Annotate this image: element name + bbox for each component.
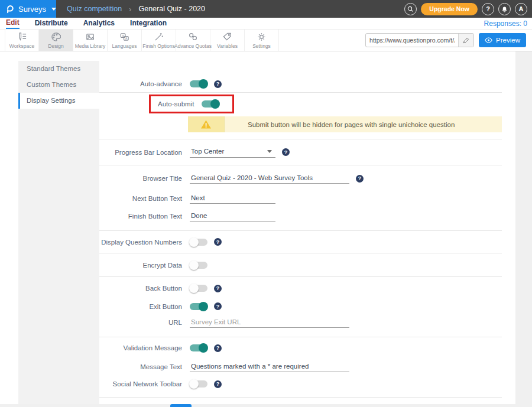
finish-button-text-label: Finish Button Text [99, 213, 182, 220]
toolbar-finish-options[interactable]: Finish Options [142, 30, 176, 51]
gear-icon [257, 32, 267, 42]
exit-button-row: Exit Button ? [99, 298, 502, 314]
preview-button[interactable]: Preview [479, 33, 526, 47]
chain-links-icon [188, 32, 198, 42]
back-button-help-icon[interactable]: ? [214, 285, 222, 292]
upgrade-now-button[interactable]: Upgrade Now [421, 3, 478, 15]
breadcrumb-folder[interactable]: Quiz competition [67, 5, 122, 13]
warning-icon-wrap [188, 116, 225, 132]
search-button[interactable] [404, 3, 417, 15]
account-avatar[interactable]: A [515, 3, 527, 15]
validation-message-help-icon[interactable]: ? [214, 344, 222, 352]
toolbar-languages[interactable]: a A Languages [108, 30, 142, 51]
progress-bar-help-icon[interactable]: ? [282, 148, 290, 156]
toolbar-workspace[interactable]: Workspace [5, 30, 39, 51]
encrypt-data-toggle[interactable] [190, 262, 207, 269]
auto-submit-toggle[interactable] [202, 100, 219, 108]
workspace-icon [17, 32, 27, 42]
progress-bar-location-select[interactable]: Top Center [190, 146, 275, 158]
responses-count[interactable]: Responses: 0 [484, 19, 527, 28]
help-button[interactable]: ? [482, 3, 494, 15]
display-question-numbers-toggle[interactable] [190, 239, 207, 246]
save-row: Save [99, 398, 502, 407]
top-header: Surveys Quiz competition › General Quiz … [0, 0, 532, 18]
encrypt-data-label: Encrypt Data [99, 262, 182, 269]
survey-url-box [365, 33, 474, 47]
toolbar-settings[interactable]: Settings [245, 30, 279, 51]
chevron-down-icon [51, 8, 56, 11]
back-button-toggle[interactable] [190, 285, 207, 292]
toolbar-settings-label: Settings [252, 43, 271, 49]
auto-advance-help-icon[interactable]: ? [214, 80, 222, 88]
edit-url-button[interactable] [458, 34, 473, 47]
exit-url-label: URL [99, 319, 182, 326]
progress-bar-location-label: Progress Bar Location [99, 149, 182, 156]
validation-message-row: Validation Message ? [99, 337, 502, 359]
auto-submit-warning: Submit button will be hidden for pages w… [188, 116, 502, 132]
browser-title-row: Browser Title ? [99, 167, 502, 190]
back-button-row: Back Button ? [99, 278, 502, 298]
bell-icon [501, 6, 508, 12]
display-settings-panel: Auto-advance ? Auto-submit Sub [99, 51, 515, 407]
browser-title-input[interactable] [190, 173, 349, 184]
notifications-button[interactable] [498, 3, 511, 15]
preview-button-label: Preview [496, 37, 520, 44]
toolbar-variables[interactable]: Variables [210, 30, 245, 51]
toolbar-media-library-label: Media Library [75, 43, 106, 49]
exit-url-input[interactable] [190, 317, 349, 328]
breadcrumb-survey-title: General Quiz - 2020 [138, 5, 205, 13]
toolbar-advance-quotas-label0: Finish Options [142, 43, 174, 49]
save-button[interactable]: Save [170, 404, 192, 407]
toolbar-media-library[interactable]: Media Library [73, 30, 108, 51]
social-network-toolbar-toggle[interactable] [190, 380, 207, 388]
nav-tab-analytics[interactable]: Analytics [83, 19, 115, 28]
auto-advance-toggle[interactable] [190, 80, 207, 87]
chevron-down-icon [267, 150, 272, 153]
eye-icon [485, 37, 492, 43]
social-network-toolbar-help-icon[interactable]: ? [214, 380, 222, 388]
message-text-label: Message Text [99, 363, 182, 370]
toolbar-advance-quotas[interactable]: Advance Quotas [176, 30, 210, 51]
message-text-input[interactable] [190, 362, 349, 372]
exit-button-toggle[interactable] [190, 303, 207, 310]
display-question-numbers-help-icon[interactable]: ? [214, 238, 222, 246]
auto-submit-row: Auto-submit [99, 95, 502, 113]
divider [99, 165, 502, 165]
tag-icon [222, 32, 232, 42]
divider [99, 276, 502, 277]
display-question-numbers-row: Display Question Numbers ? [99, 231, 502, 253]
validation-message-toggle[interactable] [190, 344, 207, 351]
magic-wand-icon [154, 32, 164, 42]
next-button-text-input[interactable] [190, 193, 275, 204]
svg-text:a: a [122, 34, 124, 37]
survey-url-input[interactable] [366, 37, 458, 44]
browser-title-label: Browser Title [99, 175, 182, 182]
surveys-menu[interactable]: Surveys [0, 0, 56, 18]
toolbar-advance-quotas-label: Advance Quotas [174, 43, 212, 49]
pencil-icon [463, 37, 469, 44]
sidebar-item-custom-themes[interactable]: Custom Themes [18, 77, 99, 93]
nav-tab-distribute[interactable]: Distribute [35, 19, 68, 28]
survey-nav: Edit Distribute Analytics Integration Re… [0, 18, 532, 30]
auto-submit-annotation-box: Auto-submit [149, 95, 234, 113]
sidebar-item-standard-themes[interactable]: Standard Themes [18, 61, 99, 77]
divider [99, 92, 502, 93]
finish-button-text-row: Finish Button Text [99, 208, 502, 224]
finish-button-text-input[interactable] [190, 211, 275, 222]
breadcrumb: Quiz competition › General Quiz - 2020 [67, 5, 205, 14]
nav-tab-integration[interactable]: Integration [130, 19, 167, 28]
warning-text: Submit button will be hidden for pages w… [225, 121, 455, 128]
edit-toolbar: Workspace Design Media Library a A Langu… [0, 30, 532, 51]
breadcrumb-separator: › [129, 5, 131, 14]
social-network-toolbar-row: Social Network Toolbar ? [99, 376, 502, 392]
toolbar-design[interactable]: Design [39, 30, 73, 51]
design-sidebar: Standard Themes Custom Themes Display Se… [18, 61, 99, 404]
display-question-numbers-label: Display Question Numbers [99, 239, 182, 246]
header-actions: Upgrade Now ? A [404, 3, 532, 15]
nav-tab-edit[interactable]: Edit [6, 18, 20, 29]
browser-title-help-icon[interactable]: ? [356, 175, 364, 183]
toolbar-right-group: Preview [365, 30, 532, 51]
next-button-text-label: Next Button Text [99, 195, 182, 202]
exit-button-help-icon[interactable]: ? [214, 302, 222, 310]
sidebar-item-display-settings[interactable]: Display Settings [18, 93, 99, 109]
